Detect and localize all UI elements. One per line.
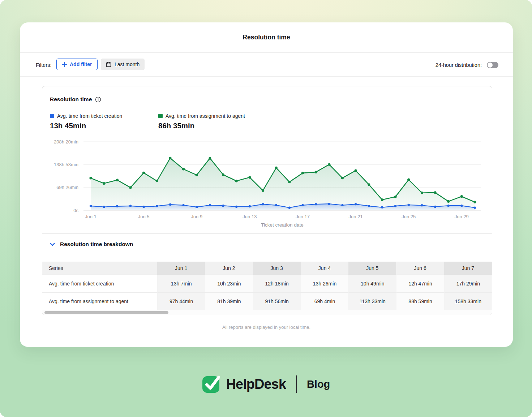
panel-divider (42, 233, 492, 234)
svg-text:Jun 5: Jun 5 (138, 214, 150, 219)
resolution-time-chart[interactable]: 208h 20min138h 53min69h 26min0sJun 1Jun … (42, 136, 493, 230)
table-header-cell: Jun 6 (396, 262, 444, 275)
legend-assignment-agent: Avg. time from assignment to agent 86h 3… (158, 113, 245, 130)
svg-text:Jun 25: Jun 25 (402, 214, 416, 219)
legend-swatch-blue (50, 114, 54, 118)
add-filter-button[interactable]: Add filter (56, 59, 98, 70)
date-range-label: Last month (115, 61, 140, 67)
filters-bar: Filters: Add filter Last month (20, 53, 513, 77)
brand-name: HelpDesk (226, 377, 286, 392)
table-row-label: Avg. time from assignment to agent (42, 292, 157, 310)
table-header-cell: Jun 4 (301, 262, 348, 275)
legend-value: 86h 35min (158, 121, 245, 130)
local-time-footnote: All reports are displayed in your local … (20, 324, 513, 330)
blog-link[interactable]: Blog (307, 378, 330, 390)
plus-icon (62, 62, 67, 67)
legend-ticket-creation: Avg. time from ticket creation 13h 45min (50, 113, 122, 130)
legend-value: 13h 45min (50, 121, 122, 130)
table-cell: 13h 7min (157, 275, 205, 292)
footer-divider (296, 375, 297, 393)
page-footer: HelpDesk Blog (0, 374, 532, 394)
helpdesk-logo[interactable]: HelpDesk (202, 374, 286, 394)
breakdown-title: Resolution time breakdown (60, 241, 133, 248)
table-cell: 91h 56min (253, 292, 301, 310)
table-cell: 97h 44min (157, 292, 205, 310)
svg-text:138h 53min: 138h 53min (54, 162, 78, 167)
report-header: Resolution time (20, 22, 513, 53)
legend-swatch-green (158, 114, 163, 118)
table-row-label: Avg. time from ticket creation (42, 275, 157, 292)
resolution-time-panel: Resolution time Avg. time from ticket cr… (42, 86, 492, 315)
distribution-toggle[interactable] (487, 62, 498, 68)
table-scrollbar-thumb[interactable] (44, 311, 168, 314)
toggle-knob (488, 63, 493, 68)
info-icon[interactable] (95, 96, 101, 103)
svg-text:Jun 21: Jun 21 (349, 214, 363, 219)
breakdown-toggle[interactable]: Resolution time breakdown (50, 241, 133, 248)
page-background: Resolution time Filters: Add filter (0, 0, 532, 417)
table-header-cell: Jun 7 (444, 262, 492, 275)
date-range-button[interactable]: Last month (101, 59, 145, 70)
helpdesk-check-icon (202, 374, 222, 394)
table-header-series: Series (42, 262, 157, 275)
svg-text:Jun 29: Jun 29 (455, 214, 469, 219)
legend-label: Avg. time from assignment to agent (166, 113, 245, 119)
panel-heading: Resolution time (50, 96, 101, 103)
page-title: Resolution time (243, 34, 290, 41)
table-scrollbar-track[interactable] (42, 310, 492, 315)
add-filter-label: Add filter (70, 61, 92, 67)
svg-text:Jun 13: Jun 13 (243, 214, 257, 219)
svg-text:Jun 17: Jun 17 (296, 214, 310, 219)
chevron-down-icon (50, 243, 55, 246)
table-cell: 12h 47min (396, 275, 444, 292)
table-header-cell: Jun 3 (253, 262, 301, 275)
table-cell: 17h 29min (444, 275, 492, 292)
svg-text:Jun 9: Jun 9 (191, 214, 202, 219)
table-cell: 113h 33min (348, 292, 396, 310)
breakdown-table: SeriesJun 1Jun 2Jun 3Jun 4Jun 5Jun 6Jun … (42, 262, 492, 310)
table-cell: 69h 4min (301, 292, 348, 310)
calendar-icon (106, 62, 111, 67)
svg-text:Ticket creation date: Ticket creation date (261, 222, 303, 228)
table-cell: 13h 26min (301, 275, 348, 292)
table-header-cell: Jun 5 (348, 262, 396, 275)
table-cell: 81h 39min (205, 292, 253, 310)
svg-text:208h 20min: 208h 20min (54, 139, 78, 145)
table-cell: 88h 59min (396, 292, 444, 310)
table-cell: 10h 49min (348, 275, 396, 292)
table-cell: 10h 23min (205, 275, 253, 292)
panel-title: Resolution time (50, 96, 92, 103)
table-header-cell: Jun 1 (157, 262, 205, 275)
table-cell: 158h 33min (444, 292, 492, 310)
table-header-cell: Jun 2 (205, 262, 253, 275)
table-cell: 12h 18min (253, 275, 301, 292)
svg-text:0s: 0s (73, 208, 78, 213)
distribution-label: 24-hour distribution: (436, 62, 482, 68)
svg-text:69h 26min: 69h 26min (56, 185, 78, 190)
legend-label: Avg. time from ticket creation (57, 113, 122, 119)
report-card: Resolution time Filters: Add filter (20, 22, 513, 347)
filters-label: Filters: (36, 62, 52, 68)
svg-text:Jun 1: Jun 1 (85, 214, 96, 219)
